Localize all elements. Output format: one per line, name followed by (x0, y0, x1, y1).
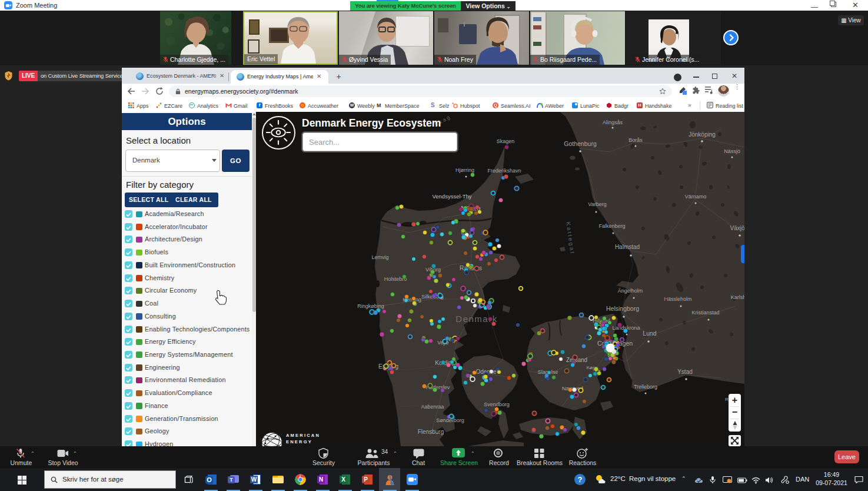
svg-text:Hässleholm: Hässleholm (664, 296, 691, 302)
svg-text:Lund: Lund (643, 330, 657, 337)
svg-text:Ringkøbing: Ringkøbing (357, 303, 384, 309)
svg-text:Frederikshavn: Frederikshavn (487, 168, 521, 174)
svg-text:Falkenberg: Falkenberg (598, 223, 625, 229)
svg-text:Halmstad: Halmstad (615, 244, 640, 250)
svg-text:Ystad: Ystad (677, 369, 693, 375)
svg-text:Lemvig: Lemvig (371, 254, 388, 260)
svg-text:Flensburg: Flensburg (418, 429, 444, 435)
svg-text:Helsingborg: Helsingborg (606, 305, 639, 312)
svg-text:Aabenraa: Aabenraa (421, 404, 444, 410)
svg-text:Hjørring: Hjørring (455, 167, 474, 173)
svg-text:Trelleborg: Trelleborg (634, 384, 657, 390)
svg-text:Nässjö: Nässjö (724, 148, 740, 154)
svg-text:Alingsås: Alingsås (603, 120, 623, 125)
svg-text:Värnamo: Värnamo (685, 194, 707, 200)
svg-text:Ängelholm: Ängelholm (618, 288, 643, 294)
svg-text:Vendsyssel-Thy: Vendsyssel-Thy (432, 193, 471, 200)
svg-text:Svendborg: Svendborg (484, 402, 510, 407)
svg-text:Gothenburg: Gothenburg (564, 140, 597, 147)
svg-text:Karlsha: Karlsha (731, 294, 744, 300)
svg-text:Borås: Borås (628, 137, 643, 143)
svg-text:Jönköping: Jönköping (689, 131, 716, 138)
svg-text:Varberg: Varberg (588, 201, 606, 207)
svg-text:Skagen: Skagen (497, 138, 515, 144)
svg-text:Växjö: Växjö (730, 225, 744, 231)
svg-text:Kristianstad: Kristianstad (691, 310, 719, 316)
